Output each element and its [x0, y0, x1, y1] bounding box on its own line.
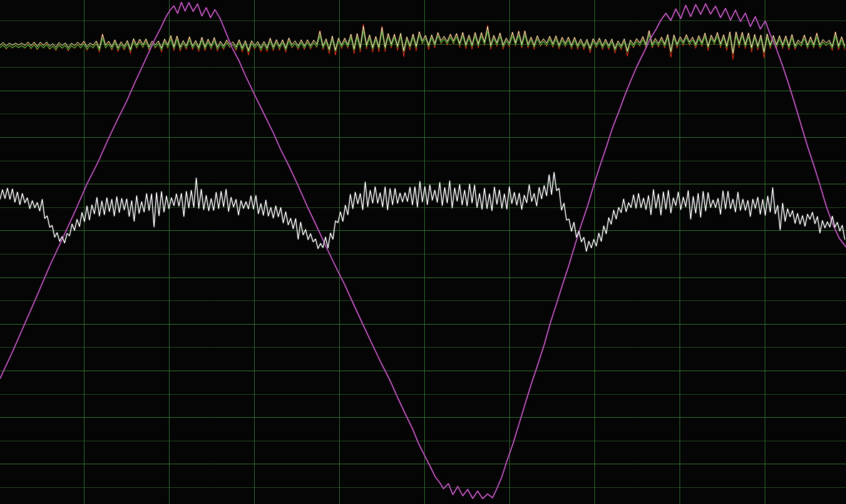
oscilloscope-screen: [0, 0, 846, 504]
waveform-canvas: [0, 0, 846, 504]
